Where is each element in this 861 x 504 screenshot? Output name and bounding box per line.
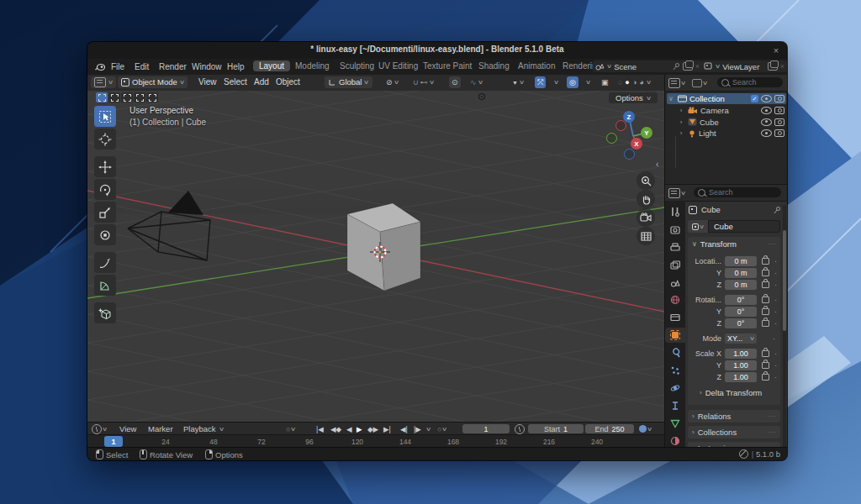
mode-dropdown[interactable]: Object Mode ∨ [118,76,188,88]
animate-dot-icon[interactable]: · [774,269,777,277]
frame-start-field[interactable]: Start 1 [528,424,584,433]
tool-rotate[interactable] [94,179,116,200]
scale-y-field[interactable]: 1.00 [725,360,757,370]
gizmo-x-axis[interactable]: X [631,138,642,150]
material-shading-icon[interactable]: ◑ [632,78,637,87]
outliner-filter-button[interactable]: ∨ [692,78,707,87]
outliner-row-collection[interactable]: ∨ Collection ✓ [667,93,786,104]
frame-forward-button[interactable]: |▶ [414,424,421,433]
unlink-scene-icon[interactable]: × [695,62,700,71]
playback-sync-dropdown[interactable]: ∨ [639,424,652,433]
tool-select-box[interactable] [94,106,116,127]
menu-help[interactable]: Help [224,61,248,72]
panel-collections[interactable]: › Collections ···· [688,426,780,438]
animate-dot-icon[interactable]: · [774,257,777,265]
collection-name[interactable]: Collection [689,94,748,103]
tool-add-cube[interactable] [94,302,116,323]
timeline-editor-type-button[interactable]: ∨ [92,424,107,433]
scale-z-field[interactable]: 1.00 [725,372,757,382]
animate-dot-icon[interactable]: · [774,373,777,381]
proportional-falloff-dropdown[interactable]: ∿ ∨ [467,76,485,88]
lock-icon[interactable] [762,297,769,303]
scene-name[interactable]: Scene [614,62,637,71]
menu-add[interactable]: Add [254,77,269,87]
pan-button[interactable] [637,190,655,208]
workspace-tab-rendering[interactable]: Rendering [557,60,597,71]
outliner-row-camera[interactable]: › Camera [667,105,786,116]
menu-view[interactable]: View [198,77,217,87]
wireframe-shading-icon[interactable]: ◌ [618,78,622,87]
view-layer-selector[interactable]: ∨ ViewLayer × [701,60,787,72]
expand-icon[interactable]: › [677,129,685,137]
chevron-down-icon[interactable]: ∨ [646,79,652,86]
tool-scale[interactable] [94,202,116,223]
collapse-icon[interactable]: ∨ [667,95,675,102]
rotation-mode-dropdown[interactable]: XY... ∨ [725,333,757,344]
workspace-tab-texture-paint[interactable]: Texture Paint [417,60,478,71]
workspace-tab-animation[interactable]: Animation [512,60,561,71]
tool-annotate[interactable] [94,252,116,273]
tab-particles[interactable] [665,363,685,378]
tab-physics[interactable] [665,381,685,396]
select-mode-set-icon[interactable] [96,92,108,102]
remove-view-layer-icon[interactable]: × [780,62,784,71]
outliner-row-cube[interactable]: › Cube [667,117,786,128]
lock-icon[interactable] [762,362,769,369]
solid-shading-icon[interactable]: ● [625,78,629,87]
animate-dot-icon[interactable]: · [773,334,775,343]
transform-orientation-dropdown[interactable]: Global ∨ [325,76,372,88]
tab-world[interactable] [665,292,685,307]
rotation-y-field[interactable]: 0° [725,307,757,317]
pivot-point-dropdown[interactable]: ⊘ ∨ [383,76,401,88]
gizmo-y-neg-axis[interactable] [606,133,617,144]
menu-object[interactable]: Object [276,77,300,87]
panel-relations[interactable]: › Relations ···· [688,410,780,423]
light-name[interactable]: Light [699,129,758,138]
panel-grip-icon[interactable]: ···· [767,428,776,436]
menu-file[interactable]: File [108,61,128,72]
expand-icon[interactable]: › [677,118,685,126]
lock-icon[interactable] [762,350,769,357]
select-mode-intersect-icon[interactable] [146,92,158,102]
animate-dot-icon[interactable]: · [774,281,777,289]
panel-grip-icon[interactable]: ···· [767,412,776,420]
next-keyframe-button[interactable]: ◆▶ [367,424,378,433]
outliner-editor-type-button[interactable]: ∨ [668,78,685,87]
workspace-tab-shading[interactable]: Shading [473,60,515,71]
xray-toggle[interactable]: ▣ [599,76,611,88]
location-z-field[interactable]: 0 m [725,280,757,290]
expand-icon[interactable]: › [677,107,685,114]
tab-view-layer[interactable] [665,257,685,272]
disable-render-icon[interactable] [774,95,784,102]
workspace-tab-layout[interactable]: Layout [253,60,290,71]
menu-window[interactable]: Window [188,61,225,72]
zoom-button[interactable] [637,171,655,190]
show-overlays-toggle[interactable]: ◎ [567,76,578,88]
play-reverse-button[interactable]: ◀ [346,424,352,433]
disable-render-icon[interactable] [774,129,784,137]
outliner-row-light[interactable]: › Light [667,128,786,139]
outliner-search-input[interactable] [732,78,783,87]
viewport-canvas[interactable]: User Perspective (1) Collection | Cube [87,91,664,422]
rendered-shading-icon[interactable]: ◕ [639,78,643,87]
scene-selector[interactable]: ∨ Scene × [593,60,702,72]
delta-transform-panel[interactable]: › Delta Transform [700,388,762,397]
play-button[interactable]: ▶ [357,424,362,433]
object-name-field[interactable]: Cube [708,220,780,233]
animate-dot-icon[interactable]: · [774,307,777,316]
menu-render[interactable]: Render [156,61,190,72]
new-scene-icon[interactable] [683,62,693,71]
collection-checkbox[interactable]: ✓ [751,95,758,102]
lock-icon[interactable] [762,308,769,315]
tab-output[interactable] [665,239,685,255]
jump-to-end-button[interactable]: ▶| [383,424,391,433]
toggle-ortho-button[interactable] [637,227,655,245]
current-frame-field[interactable]: 1 [462,424,510,433]
tab-modifiers[interactable] [665,345,685,360]
viewport-scene[interactable] [87,91,664,422]
frame-step-dropdown[interactable]: ∨ [426,424,430,433]
jump-to-start-button[interactable]: |◀ [316,424,324,433]
workspace-tab-modeling[interactable]: Modeling [289,60,335,71]
rotation-z-field[interactable]: 0° [725,318,757,328]
playhead[interactable]: 1 [104,436,123,447]
